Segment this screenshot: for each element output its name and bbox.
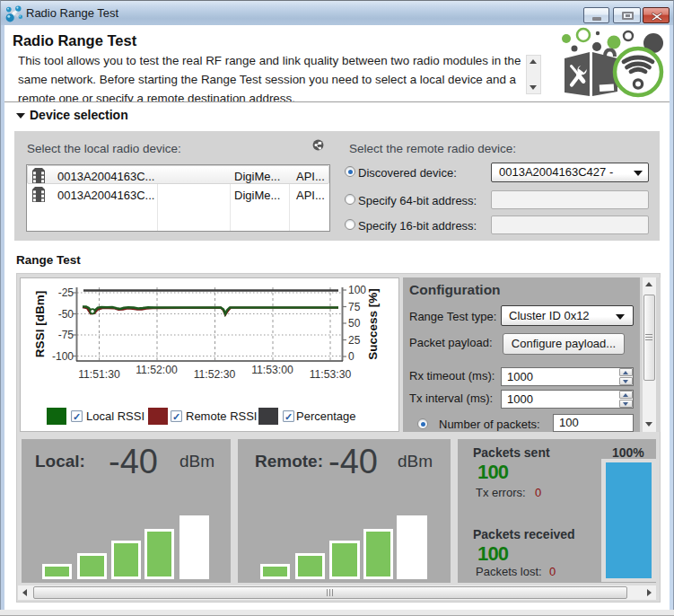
svg-text:0: 0 xyxy=(348,350,355,363)
svg-text:11:53:00: 11:53:00 xyxy=(251,364,293,376)
svg-text:11:53:30: 11:53:30 xyxy=(310,368,352,381)
svg-text:-25: -25 xyxy=(58,286,74,299)
svg-text:-100: -100 xyxy=(52,350,74,363)
svg-text:-50: -50 xyxy=(58,308,74,321)
svg-text:11:52:30: 11:52:30 xyxy=(194,368,236,381)
svg-text:11:51:30: 11:51:30 xyxy=(78,368,120,381)
svg-text:Success [%]: Success [%] xyxy=(366,288,380,360)
svg-text:-75: -75 xyxy=(58,329,74,341)
svg-text:100: 100 xyxy=(348,284,366,296)
svg-text:RSSI [dBm]: RSSI [dBm] xyxy=(33,291,47,357)
svg-text:75: 75 xyxy=(348,301,361,313)
svg-text:50: 50 xyxy=(348,317,361,330)
svg-text:25: 25 xyxy=(348,334,361,347)
svg-text:11:52:00: 11:52:00 xyxy=(136,364,178,376)
